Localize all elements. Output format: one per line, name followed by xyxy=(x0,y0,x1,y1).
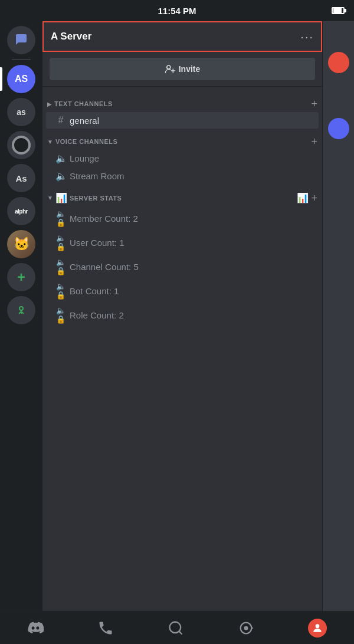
sidebar-item-discover[interactable] xyxy=(7,296,35,324)
speaker-lock-icon: 🔈🔒 xyxy=(55,209,66,227)
nav-home[interactable] xyxy=(27,620,44,636)
discover-icon xyxy=(14,303,28,317)
server-name: A Server xyxy=(51,31,300,42)
channel-name-channel-count: Channel Count: 5 xyxy=(70,262,139,272)
sidebar-item-alphr[interactable]: alphr xyxy=(7,197,35,225)
sidebar-divider xyxy=(12,59,31,60)
battery-icon xyxy=(332,7,345,14)
server-stats-category[interactable]: ▼ 📊 SERVER STATS 📊 + xyxy=(42,185,322,206)
search-icon xyxy=(168,620,184,636)
text-channels-label: TEXT CHANNELS xyxy=(54,100,309,107)
profile-avatar xyxy=(308,619,327,638)
channel-channel-count[interactable]: 🔈🔒 Channel Count: 5 xyxy=(46,255,319,278)
nav-search[interactable] xyxy=(168,620,184,636)
voice-channels-label: VOICE CHANNELS xyxy=(55,138,309,145)
svg-point-12 xyxy=(316,624,320,628)
svg-point-10 xyxy=(244,626,248,630)
bottom-nav xyxy=(0,611,354,644)
server-header[interactable]: A Server ··· xyxy=(42,21,322,52)
invite-icon xyxy=(165,64,175,74)
voice-channels-category[interactable]: ▼ VOICE CHANNELS + xyxy=(42,129,322,149)
profile-icon xyxy=(312,622,323,634)
circle-icon xyxy=(12,136,31,155)
status-bar-time: 11:54 PM xyxy=(158,6,196,16)
server-stats-label: SERVER STATS xyxy=(70,195,295,202)
svg-point-0 xyxy=(19,307,23,310)
mention-icon xyxy=(238,620,254,636)
sidebar-icon-label: AS xyxy=(15,74,28,84)
speaker-icon: 🔈 xyxy=(55,170,66,182)
cat-avatar: 🐱 xyxy=(7,230,35,258)
speaker-lock-icon: 🔈🔒 xyxy=(55,234,66,251)
nav-mentions[interactable] xyxy=(238,620,254,636)
channel-role-count[interactable]: 🔈🔒 Role Count: 2 xyxy=(46,303,319,327)
server-options-button[interactable]: ··· xyxy=(300,30,314,44)
sidebar-item-circle[interactable] xyxy=(7,131,35,159)
sidebar-item-As[interactable]: As xyxy=(7,164,35,192)
battery-fill xyxy=(333,8,342,13)
channel-stream-room[interactable]: 🔈 Stream Room xyxy=(46,167,319,185)
discord-logo-icon xyxy=(27,620,44,636)
server-sidebar: AS as As alphr 🐱 + xyxy=(0,21,42,611)
stats-emoji-left: 📊 xyxy=(55,192,67,203)
text-channels-category[interactable]: ▶ TEXT CHANNELS + xyxy=(42,91,322,111)
sidebar-icon-label: alphr xyxy=(15,208,28,215)
sidebar-item-add-server[interactable]: + xyxy=(7,263,35,291)
channel-name-stream-room: Stream Room xyxy=(70,171,124,181)
invite-label: Invite xyxy=(179,64,201,74)
sidebar-item-as-server[interactable]: AS xyxy=(7,65,35,93)
speaker-lock-icon: 🔈🔒 xyxy=(55,282,66,300)
right-panel xyxy=(322,21,354,611)
channel-name-user-count: User Count: 1 xyxy=(70,238,124,248)
speaker-lock-icon: 🔈🔒 xyxy=(55,306,66,324)
svg-point-4 xyxy=(166,65,170,69)
right-panel-member-red xyxy=(328,52,349,73)
stats-emoji-right: 📊 xyxy=(297,192,309,203)
nav-profile[interactable] xyxy=(308,619,327,638)
channel-member-count[interactable]: 🔈🔒 Member Count: 2 xyxy=(46,206,319,230)
channel-list: ▶ TEXT CHANNELS + # general ▼ VOICE CHAN… xyxy=(42,87,322,611)
invite-section: Invite xyxy=(42,52,322,87)
sidebar-item-as-dark[interactable]: as xyxy=(7,98,35,126)
channel-name-role-count: Role Count: 2 xyxy=(70,310,124,320)
text-channels-arrow: ▶ xyxy=(47,101,52,107)
status-bar: 11:54 PM xyxy=(0,0,354,21)
invite-button[interactable]: Invite xyxy=(50,58,315,80)
voice-channels-arrow: ▼ xyxy=(47,139,53,145)
add-server-icon: + xyxy=(17,269,25,285)
channel-lounge[interactable]: 🔈 Lounge xyxy=(46,150,319,167)
sidebar-icon-label: as xyxy=(17,107,26,117)
nav-voice[interactable] xyxy=(97,620,114,636)
server-stats-add-button[interactable]: + xyxy=(311,193,317,203)
right-panel-member-purple xyxy=(328,118,349,139)
app-layout: AS as As alphr 🐱 + xyxy=(0,21,354,611)
channel-bot-count[interactable]: 🔈🔒 Bot Count: 1 xyxy=(46,279,319,303)
text-channels-add-button[interactable]: + xyxy=(311,98,317,109)
channel-name-member-count: Member Count: 2 xyxy=(70,213,138,224)
channel-panel: A Server ··· Invite ▶ TEXT CHANNELS + xyxy=(42,21,322,611)
channel-name-bot-count: Bot Count: 1 xyxy=(70,286,119,296)
hash-icon: # xyxy=(55,115,66,126)
speaker-lock-icon: 🔈🔒 xyxy=(55,258,66,275)
phone-icon xyxy=(97,620,114,636)
channel-name-general: general xyxy=(70,116,99,126)
svg-line-8 xyxy=(179,631,182,634)
sidebar-icon-label: As xyxy=(15,173,27,183)
channel-user-count[interactable]: 🔈🔒 User Count: 1 xyxy=(46,231,319,254)
svg-point-7 xyxy=(169,622,181,633)
server-stats-arrow: ▼ xyxy=(47,195,53,201)
sidebar-item-cat[interactable]: 🐱 xyxy=(7,230,35,258)
speaker-icon: 🔈 xyxy=(55,153,66,164)
channel-general[interactable]: # general xyxy=(46,112,319,129)
voice-channels-add-button[interactable]: + xyxy=(311,136,317,147)
sidebar-item-dm[interactable] xyxy=(7,26,35,54)
channel-name-lounge: Lounge xyxy=(70,153,99,163)
